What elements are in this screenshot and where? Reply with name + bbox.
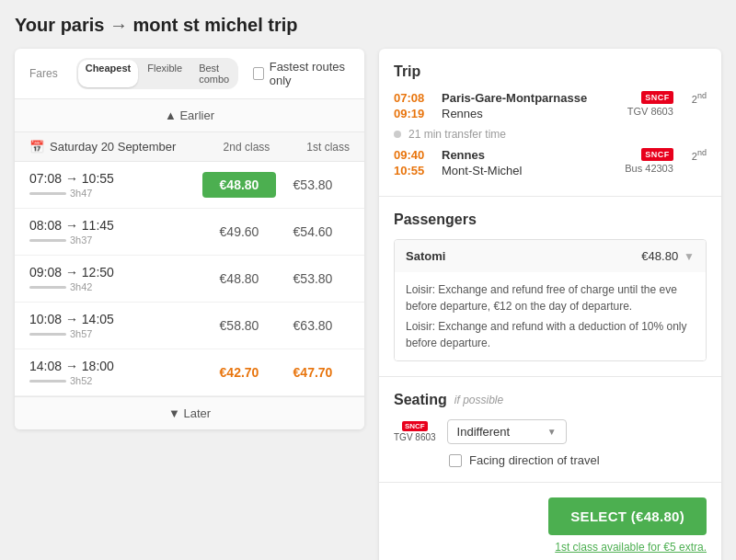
passengers-section-title: Passengers (394, 211, 707, 228)
fares-label: Fares (29, 67, 58, 80)
sncf-badge: SNCF (641, 91, 673, 104)
sncf-small-badge: SNCF (402, 421, 428, 431)
right-footer: SELECT (€48.80) 1st class available for … (379, 483, 721, 560)
transfer-row: 21 min transfer time (394, 128, 707, 141)
facing-direction-row: Facing direction of travel (449, 453, 707, 467)
price-1st[interactable]: €53.80 (276, 177, 350, 192)
earlier-button[interactable]: ▲ Earlier (15, 99, 364, 132)
passengers-section: Passengers Satomi €48.80 ▼ Loisir: Excha… (379, 197, 721, 377)
leg1-arrive-station: Rennes (442, 107, 616, 120)
trip-section: Trip 07:08 09:19 Paris-Gare-Montparnasse… (379, 49, 721, 197)
route-time: 14:08 → 18:00 3h52 (29, 359, 202, 386)
leg1-depart-time: 07:08 (394, 91, 431, 105)
fastest-routes-label: Fastest routes only (253, 60, 350, 87)
tab-cheapest[interactable]: Cheapest (78, 60, 139, 87)
first-class-note[interactable]: 1st class available for €5 extra. (394, 541, 707, 554)
right-panel: Trip 07:08 09:19 Paris-Gare-Montparnasse… (379, 49, 721, 560)
seating-if-possible: if possible (454, 394, 503, 406)
leg2-depart-station: Rennes (442, 148, 614, 162)
select-button[interactable]: SELECT (€48.80) (548, 497, 707, 535)
calendar-icon: 📅 (29, 140, 44, 154)
leg2-arrive-station: Mont-St-Michel (442, 164, 614, 177)
price-1st[interactable]: €53.80 (276, 271, 350, 286)
class-labels: 2nd class 1st class (224, 141, 350, 154)
passenger-info: Loisir: Exchange and refund free of char… (395, 272, 706, 360)
date-row: 📅 Saturday 20 September 2nd class 1st cl… (15, 132, 364, 162)
passenger-header[interactable]: Satomi €48.80 ▼ (395, 240, 706, 272)
passenger-card: Satomi €48.80 ▼ Loisir: Exchange and ref… (394, 239, 707, 361)
price-1st[interactable]: €54.60 (276, 224, 350, 239)
route-time: 10:08 → 14:05 3h57 (29, 312, 202, 339)
passenger-price: €48.80 (641, 249, 678, 263)
trip-section-title: Trip (394, 63, 707, 80)
route-list: 07:08 → 10:55 3h47 €48.80 €53.80 08:08 →… (15, 162, 364, 396)
leg1-train-num: TGV 8603 (627, 106, 673, 117)
trip-leg-2: 09:40 10:55 Rennes Mont-St-Michel SNCF B… (394, 148, 707, 177)
trip-leg-1: 07:08 09:19 Paris-Gare-Montparnasse Renn… (394, 91, 707, 120)
seating-train-badge: SNCF TGV 8603 (394, 421, 436, 442)
route-time: 08:08 → 11:45 3h37 (29, 218, 202, 246)
facing-direction-label: Facing direction of travel (469, 453, 600, 467)
transfer-dot (394, 131, 401, 138)
leg1-depart-station: Paris-Gare-Montparnasse (442, 91, 616, 105)
tab-flexible[interactable]: Flexible (140, 60, 190, 87)
route-row[interactable]: 09:08 → 12:50 3h42 €48.80 €53.80 (15, 256, 364, 303)
route-row[interactable]: 14:08 → 18:00 3h52 €42.70 €47.70 (15, 349, 364, 396)
seating-row: SNCF TGV 8603 Indifferent ▼ (394, 419, 707, 444)
tab-bestcombo[interactable]: Best combo (191, 60, 236, 87)
page-title: Your paris → mont st michel trip (15, 15, 721, 36)
leg2-train-num: Bus 42303 (625, 163, 673, 174)
sncf-badge-2: SNCF (641, 148, 673, 161)
leg1-class: 2nd (692, 91, 707, 105)
seating-preference-dropdown[interactable]: Indifferent ▼ (447, 419, 567, 444)
seating-section: Seating if possible SNCF TGV 8603 Indiff… (379, 377, 721, 483)
route-time: 09:08 → 12:50 3h42 (29, 265, 202, 292)
fares-tabs: Cheapest Flexible Best combo (76, 58, 238, 89)
price-2nd[interactable]: €42.70 (202, 365, 276, 380)
route-row[interactable]: 07:08 → 10:55 3h47 €48.80 €53.80 (15, 162, 364, 209)
fares-bar: Fares Cheapest Flexible Best combo Faste… (15, 49, 364, 99)
route-time: 07:08 → 10:55 3h47 (29, 171, 202, 199)
fastest-routes-checkbox[interactable] (253, 67, 264, 80)
left-panel: Fares Cheapest Flexible Best combo Faste… (15, 49, 364, 429)
transfer-time: 21 min transfer time (408, 128, 506, 141)
seating-section-title: Seating (394, 392, 447, 408)
leg2-depart-time: 09:40 (394, 148, 431, 162)
passenger-info-line1: Loisir: Exchange and refund free of char… (406, 281, 695, 314)
price-2nd[interactable]: €48.80 (202, 271, 276, 286)
later-button[interactable]: ▼ Later (15, 396, 364, 429)
passenger-info-line2: Loisir: Exchange and refund with a deduc… (406, 318, 695, 351)
price-1st[interactable]: €63.80 (276, 318, 350, 333)
price-2nd[interactable]: €58.80 (202, 318, 276, 333)
route-row[interactable]: 08:08 → 11:45 3h37 €49.60 €54.60 (15, 209, 364, 256)
leg2-class: 2nd (692, 148, 707, 162)
seating-train-num: TGV 8603 (394, 432, 436, 442)
route-row[interactable]: 10:08 → 14:05 3h57 €58.80 €63.80 (15, 303, 364, 349)
facing-direction-checkbox[interactable] (449, 454, 462, 467)
seating-preference-value: Indifferent (457, 425, 511, 439)
price-2nd[interactable]: €48.80 (202, 172, 276, 198)
price-1st[interactable]: €47.70 (276, 365, 350, 380)
class-1st-label: 1st class (306, 141, 350, 154)
leg1-arrive-time: 09:19 (394, 107, 431, 120)
chevron-down-icon: ▼ (684, 250, 695, 263)
date-label: 📅 Saturday 20 September (29, 140, 176, 154)
class-2nd-label: 2nd class (224, 141, 270, 154)
leg2-arrive-time: 10:55 (394, 164, 431, 177)
passenger-name: Satomi (406, 249, 445, 263)
chevron-down-icon: ▼ (547, 427, 557, 437)
price-2nd[interactable]: €49.60 (202, 224, 276, 239)
